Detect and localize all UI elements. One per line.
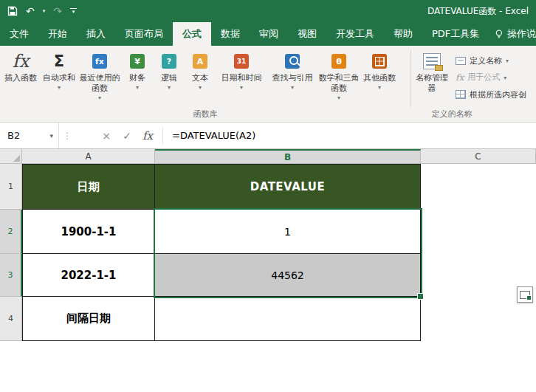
chevron-down-icon: ▾ — [72, 10, 75, 15]
lightbulb-icon — [495, 29, 504, 39]
cancel-button[interactable]: × — [96, 130, 117, 142]
fx-small-icon: fx — [456, 72, 464, 83]
column-header-b[interactable]: B — [155, 149, 421, 164]
logical-icon: ? — [162, 54, 176, 69]
insert-function-button[interactable]: fx 插入函数 — [1, 47, 40, 111]
more-functions-button[interactable]: 其他函数 ▾ — [360, 47, 399, 111]
chevron-down-icon: ▾ — [199, 85, 202, 91]
redo-icon: ↷ — [53, 6, 62, 16]
tab-insert[interactable]: 插入 — [77, 22, 115, 46]
chevron-down-icon: ▾ — [168, 85, 171, 91]
chevron-down-icon: ▾ — [136, 85, 139, 91]
cell-a4[interactable]: 间隔日期 — [22, 297, 155, 341]
recent-functions-icon: fx — [92, 54, 107, 69]
chevron-down-icon: ▾ — [240, 85, 243, 91]
chevron-down-icon: ▾ — [98, 95, 101, 101]
excel-window: ↶ ▾ ↷ ▾ DATEVALUE函数 - Excel 文件 开始 插入 页面布… — [0, 0, 536, 392]
enter-button[interactable]: ✓ — [117, 130, 137, 142]
use-in-formula-button[interactable]: fx 用于公式 ▾ — [456, 70, 506, 85]
chevron-down-icon: ▾ — [337, 95, 340, 101]
row-header-3[interactable]: 3 — [0, 254, 22, 297]
ribbon-tab-bar: 文件 开始 插入 页面布局 公式 数据 审阅 视图 开发工具 帮助 PDF工具集… — [0, 22, 536, 46]
cell-b4[interactable] — [155, 297, 421, 341]
tab-review[interactable]: 审阅 — [250, 22, 288, 46]
chevron-down-icon: ▾ — [58, 85, 61, 91]
theta-icon: θ — [331, 54, 346, 69]
date-time-button[interactable]: 31 日期和时间 ▾ — [216, 47, 267, 111]
cell-a3[interactable]: 2022-1-1 — [22, 254, 155, 297]
cell-b2[interactable]: 1 — [155, 210, 421, 254]
tab-formulas[interactable]: 公式 — [173, 22, 211, 46]
create-from-selection-icon — [456, 90, 466, 99]
cell-a2[interactable]: 1900-1-1 — [22, 210, 155, 254]
tag-icon — [456, 57, 466, 65]
grid-icon — [372, 54, 387, 69]
name-manager-icon — [423, 53, 441, 69]
chevron-down-icon: ▾ — [291, 85, 294, 91]
formula-divider — [162, 128, 163, 144]
tab-help[interactable]: 帮助 — [384, 22, 422, 46]
tell-me-label: 操作说 — [507, 27, 536, 41]
cell-b1[interactable]: DATEVALUE — [155, 164, 421, 210]
chevron-down-icon: ▾ — [43, 9, 46, 14]
autofill-options-button[interactable] — [517, 286, 533, 303]
tab-home[interactable]: 开始 — [38, 22, 77, 46]
save-button[interactable] — [7, 4, 18, 18]
tell-me-button[interactable]: 操作说 — [489, 22, 536, 46]
search-icon — [285, 54, 300, 69]
name-box[interactable]: B2 ▾ — [0, 123, 59, 148]
tab-view[interactable]: 视图 — [288, 22, 326, 46]
tab-developer[interactable]: 开发工具 — [326, 22, 384, 46]
undo-icon: ↶ — [26, 6, 35, 16]
group-separator — [410, 50, 411, 107]
cell-b3[interactable]: 44562 — [155, 254, 421, 297]
function-library-group: fx 插入函数 Σ 自动求和 ▾ fx 最近使用的函数 ▾ ¥ 财务 ▾ — [1, 47, 399, 111]
sigma-icon: Σ — [54, 52, 64, 70]
save-icon — [7, 6, 18, 16]
lookup-reference-button[interactable]: 查找与引用 ▾ — [267, 47, 317, 111]
financial-button[interactable]: ¥ 财务 ▾ — [121, 47, 154, 111]
insert-function-fx-button[interactable]: fx — [137, 129, 158, 142]
row-header-4[interactable]: 4 — [0, 297, 22, 341]
chevron-down-icon: ▾ — [504, 75, 506, 81]
fill-handle[interactable] — [417, 293, 424, 300]
fx-icon: fx — [13, 51, 29, 72]
formula-bar: B2 ▾ ⋮ × ✓ fx =DATEVALUE(A2) — [0, 123, 536, 149]
formula-bar-splitter[interactable]: ⋮ — [59, 131, 75, 141]
chevron-down-icon: ▾ — [506, 58, 509, 64]
autosum-button[interactable]: Σ 自动求和 ▾ — [40, 47, 78, 111]
text-button[interactable]: A 文本 ▾ — [185, 47, 216, 111]
undo-dropdown-button[interactable]: ▾ — [43, 4, 46, 18]
select-all-triangle-icon — [13, 155, 20, 162]
column-header-a[interactable]: A — [22, 149, 155, 164]
financial-icon: ¥ — [130, 54, 145, 69]
row-header-2[interactable]: 2 — [0, 210, 22, 254]
cell-a1[interactable]: 日期 — [22, 164, 155, 210]
column-header-c[interactable]: C — [421, 149, 536, 164]
title-bar: ↶ ▾ ↷ ▾ DATEVALUE函数 - Excel — [0, 0, 536, 22]
math-trig-button[interactable]: θ 数学和三角函数 ▾ — [317, 47, 360, 111]
chevron-down-icon: ▾ — [378, 85, 381, 91]
tab-page-layout[interactable]: 页面布局 — [115, 22, 173, 46]
recent-functions-button[interactable]: fx 最近使用的函数 ▾ — [78, 47, 121, 111]
redo-button[interactable]: ↷ — [53, 4, 62, 18]
window-title: DATEVALUE函数 - Excel — [427, 0, 529, 22]
autofill-options-icon — [520, 291, 530, 299]
text-icon: A — [193, 54, 207, 69]
tab-file[interactable]: 文件 — [0, 22, 38, 46]
undo-button[interactable]: ↶ — [26, 4, 35, 18]
define-name-button[interactable]: 定义名称 ▾ — [456, 53, 509, 68]
select-all-button[interactable] — [0, 149, 22, 164]
name-manager-button[interactable]: 名称管理器 — [413, 51, 450, 94]
chevron-down-icon: ▾ — [49, 132, 58, 140]
name-box-value: B2 — [7, 130, 20, 141]
formula-input[interactable]: =DATEVALUE(A2) — [172, 130, 255, 141]
quick-access-toolbar: ↶ ▾ ↷ ▾ — [0, 4, 77, 18]
tab-pdf-tools[interactable]: PDF工具集 — [422, 22, 489, 46]
customize-quick-access-button[interactable]: ▾ — [70, 4, 77, 18]
row-header-1[interactable]: 1 — [0, 164, 22, 210]
logical-button[interactable]: ? 逻辑 ▾ — [154, 47, 185, 111]
calendar-icon: 31 — [234, 54, 249, 69]
tab-data[interactable]: 数据 — [211, 22, 250, 46]
create-from-selection-button[interactable]: 根据所选内容创 — [456, 87, 526, 102]
